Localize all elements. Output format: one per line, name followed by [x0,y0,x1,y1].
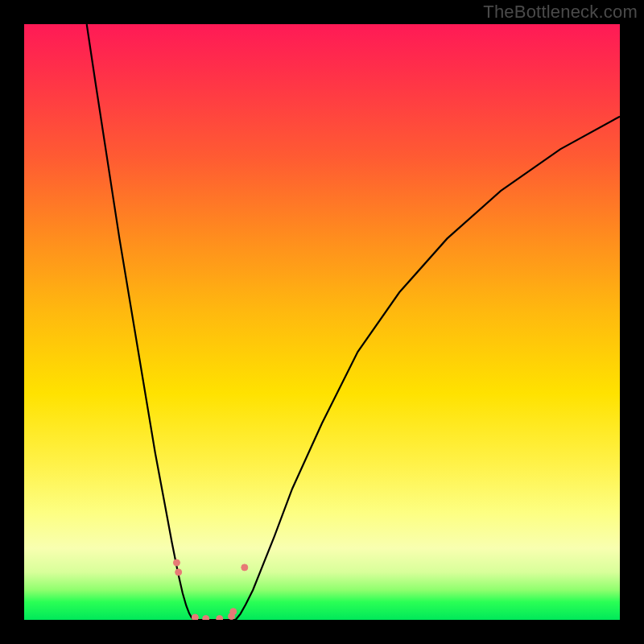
marker-points [173,559,247,620]
marker-dot [173,559,180,566]
curve-layer [24,24,620,620]
plot-area [24,24,620,620]
watermark-text: TheBottleneck.com [483,2,638,23]
bottleneck-curve [87,24,620,620]
marker-dot [175,569,182,576]
marker-dot [217,616,223,620]
marker-dot [230,609,237,615]
marker-dot [242,564,248,571]
marker-dot [192,614,198,620]
figure-frame: TheBottleneck.com [0,0,644,644]
marker-dot [203,616,209,620]
